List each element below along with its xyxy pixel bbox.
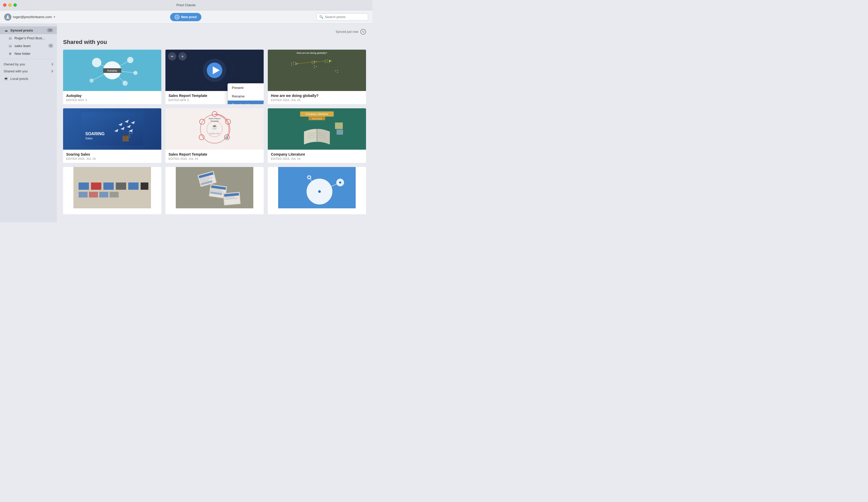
svg-rect-96 (91, 183, 101, 190)
sidebar-item-sales-team[interactable]: 🗂 sales team 4 (0, 42, 57, 50)
sidebar: ☁ Synced prezis 16 🗂 Roger's Prezi Busi.… (0, 24, 57, 222)
sidebar-shared-label: Shared with you (4, 69, 28, 73)
card-info-autoplay: Autoplay Edited Nov 3. (63, 91, 161, 104)
card-date-company-lit: Edited 2016. Jul 19. (271, 157, 363, 160)
svg-rect-34 (327, 60, 328, 61)
sidebar-item-new-folder[interactable]: ⊕ New folder (0, 50, 57, 58)
svg-point-132 (308, 176, 310, 178)
svg-point-48 (296, 63, 297, 65)
card-info-sales-report-2: Sales Report Template Edited 2016. Jul 1… (165, 150, 264, 163)
prezi-card-soaring[interactable]: SOARING Sales Soaring Sales Edited 2016.… (63, 108, 161, 163)
prezi-card-circles-blue[interactable] (268, 167, 366, 214)
svg-rect-92 (335, 123, 343, 129)
svg-rect-37 (325, 62, 326, 63)
sidebar-owned-label: Owned by you (4, 62, 25, 66)
prezi-card-sales-report-2[interactable]: ☕ Sales Report Template Quarter-Year 🌍 (165, 108, 264, 163)
svg-rect-23 (295, 62, 296, 63)
sidebar-item-roger-folder[interactable]: 🗂 Roger's Prezi Busi... (0, 34, 57, 42)
edit-button[interactable]: ✏ (95, 66, 104, 75)
sync-text: Synced just now (336, 30, 358, 34)
svg-rect-98 (116, 183, 126, 190)
svg-point-50 (329, 60, 331, 62)
sidebar-divider-1 (4, 59, 53, 59)
card-title-global: How are we doing globally? (271, 94, 363, 98)
fullscreen-button[interactable] (13, 3, 17, 7)
prezi-card-global[interactable]: How are we doing globally? How are we do… (268, 50, 366, 104)
thumb-action-btns: ✏ ≡ (168, 52, 187, 61)
svg-rect-43 (335, 70, 336, 71)
new-prezi-button[interactable]: + New prezi (170, 13, 202, 21)
laptop-icon: 💻 (4, 76, 8, 81)
card-info-global: How are we doing globally? Edited 2016. … (268, 91, 366, 104)
card-thumb-sales-report-2: ☕ Sales Report Template Quarter-Year 🌍 (165, 108, 264, 150)
card-thumb-circles-blue (268, 167, 366, 208)
toolbar: roger@preziforteams.com ▾ + New prezi 🔍 (0, 10, 372, 24)
sidebar-item-shared[interactable]: Shared with you 8 (0, 68, 57, 75)
svg-rect-104 (110, 192, 118, 197)
svg-rect-33 (325, 60, 326, 61)
minimize-button[interactable] (8, 3, 12, 7)
card-thumb-scattered (165, 167, 264, 208)
svg-rect-45 (337, 72, 338, 73)
svg-rect-24 (293, 64, 294, 65)
card-title-soaring: Soaring Sales (66, 152, 158, 156)
card-thumb-slides (63, 167, 161, 208)
svg-rect-28 (312, 61, 313, 62)
sync-icon[interactable]: ↻ (360, 29, 366, 35)
menu-button[interactable]: ≡ (121, 66, 130, 75)
prezi-card-autoplay[interactable]: Autoplay ✏ ▶ ≡ Autoplay Edited Nov 3. (63, 50, 161, 104)
traffic-lights (3, 3, 17, 7)
user-label[interactable]: roger@preziforteams.com (13, 15, 52, 19)
sidebar-shared-count: 8 (51, 70, 53, 73)
svg-rect-93 (337, 130, 343, 135)
svg-rect-36 (331, 61, 332, 62)
svg-rect-21 (291, 63, 292, 64)
svg-text:☕: ☕ (211, 124, 218, 130)
plus-circle-icon: + (175, 15, 179, 19)
prezi-card-scattered[interactable] (165, 167, 264, 214)
sidebar-synced-count: 16 (47, 28, 53, 32)
svg-rect-103 (99, 192, 108, 197)
titlebar: Prezi Classic (0, 0, 372, 10)
chevron-down-icon[interactable]: ▾ (54, 16, 55, 18)
context-menu-present[interactable]: Present (228, 83, 264, 92)
play-button[interactable]: ▶ (107, 66, 117, 75)
pencil-icon: ✏ (168, 52, 176, 61)
svg-rect-99 (128, 183, 138, 190)
prezi-grid: Autoplay ✏ ▶ ≡ Autoplay Edited Nov 3. (63, 50, 366, 214)
sidebar-local-label: Local prezis (10, 77, 28, 81)
card-thumb-global: How are we doing globally? (268, 50, 366, 91)
prezi-card-slides[interactable] (63, 167, 161, 214)
svg-text:Company Literature: Company Literature (306, 113, 328, 115)
context-menu-rename[interactable]: Rename (228, 92, 264, 101)
new-prezi-label: New prezi (181, 15, 197, 19)
svg-rect-39 (329, 62, 330, 63)
svg-text:Quarter-Year: Quarter-Year (209, 133, 220, 135)
svg-point-49 (313, 61, 315, 63)
sidebar-item-local[interactable]: 💻 Local prezis (0, 75, 57, 82)
toolbar-left: roger@preziforteams.com ▾ (4, 13, 55, 21)
search-input[interactable] (325, 15, 365, 19)
card-info-company-lit: Company Literature Edited 2016. Jul 19. (268, 150, 366, 163)
card-thumb-autoplay: Autoplay ✏ ▶ ≡ (63, 50, 161, 91)
sidebar-owned-count: 8 (51, 63, 53, 66)
svg-rect-52 (81, 112, 143, 145)
svg-point-0 (7, 16, 9, 17)
card-thumb-company-lit: Company Literature 2015-2016 (268, 108, 366, 150)
svg-rect-41 (314, 67, 315, 68)
content-area: Synced just now ↻ Shared with you (57, 24, 372, 222)
prezi-card-sales-report-top[interactable]: ✏ ≡ Sales Report Template Edited Apr 3. … (165, 50, 264, 104)
team-icon: 🗂 (8, 43, 12, 48)
prezi-card-company-lit[interactable]: Company Literature 2015-2016 (268, 108, 366, 163)
close-button[interactable] (3, 3, 7, 7)
shared-section-header: Shared with you (63, 39, 366, 45)
card-info-scattered (165, 208, 264, 214)
add-folder-icon: ⊕ (8, 51, 12, 56)
card-date-soaring: Edited 2016. Jul 19. (66, 157, 158, 160)
sidebar-item-synced[interactable]: ☁ Synced prezis 16 (0, 27, 57, 34)
svg-rect-20 (278, 50, 356, 91)
sync-bar: Synced just now ↻ (63, 29, 366, 35)
sidebar-item-owned[interactable]: Owned by you 8 (0, 61, 57, 68)
context-menu-download[interactable]: Download for presentation (228, 101, 264, 104)
card-info-circles-blue (268, 208, 366, 214)
